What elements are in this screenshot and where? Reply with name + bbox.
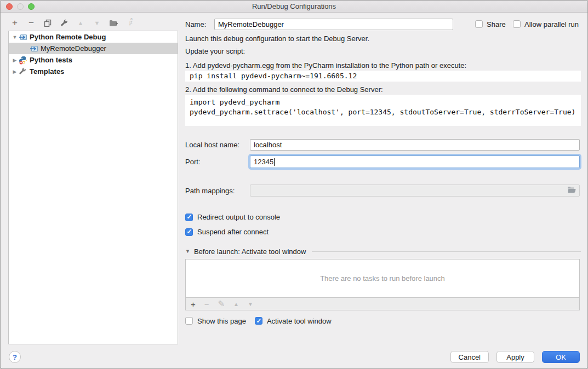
- section-divider: [312, 251, 581, 252]
- share-label: Share: [487, 20, 506, 28]
- configurations-tree: ▼ Python Remote Debug MyRemoteDebugger ▶…: [8, 31, 178, 344]
- redirect-output-label: Redirect output to console: [197, 213, 280, 221]
- window-title: Run/Debug Configurations: [1, 2, 587, 10]
- instruction-step-1: 1. Add pydevd-pycharm.egg from the PyCha…: [185, 61, 466, 70]
- title-bar: Run/Debug Configurations: [1, 1, 587, 13]
- new-folder-icon[interactable]: [109, 19, 118, 27]
- edit-templates-wrench-icon[interactable]: [60, 19, 68, 27]
- add-configuration-icon[interactable]: +: [10, 19, 19, 27]
- port-label: Port:: [185, 158, 200, 166]
- sort-configurations-icon[interactable]: ↓ az: [125, 19, 134, 27]
- move-up-icon[interactable]: ▲: [76, 19, 85, 27]
- empty-task-list-text: There are no tasks to run before launch: [320, 274, 445, 282]
- configuration-form: Name: MyRemoteDebugger Share Allow paral…: [185, 13, 581, 344]
- add-task-icon[interactable]: +: [191, 299, 196, 309]
- dialog-buttons: Cancel Apply OK: [450, 351, 580, 363]
- share-checkbox[interactable]: [475, 20, 483, 28]
- copy-configuration-icon[interactable]: [43, 19, 52, 27]
- show-this-page-label: Show this page: [197, 317, 246, 325]
- tree-item-label: MyRemoteDebugger: [41, 44, 106, 53]
- pip-install-command: pip install pydevd-pycharm~=191.6605.12: [185, 71, 581, 82]
- collapse-section-icon[interactable]: ▼: [185, 249, 190, 254]
- instruction-line-1: Launch this debug configuration to start…: [185, 34, 369, 43]
- remove-task-icon[interactable]: −: [204, 299, 209, 309]
- path-mappings-label: Path mappings:: [185, 187, 235, 195]
- path-mappings-input[interactable]: [250, 184, 580, 197]
- suspend-after-connect-label: Suspend after connect: [197, 228, 269, 236]
- instruction-line-2: Update your script:: [185, 47, 245, 55]
- configurations-toolbar: + − ▲ ▼ ↓ az: [10, 18, 134, 28]
- settrace-code-block: import pydevd_pycharmpydevd_pycharm.sett…: [185, 95, 581, 126]
- run-debug-configurations-dialog: Run/Debug Configurations + − ▲ ▼ ↓ az ▼ …: [0, 0, 588, 369]
- remove-configuration-icon[interactable]: −: [27, 19, 36, 27]
- python-icon: [19, 56, 27, 65]
- before-launch-section-header[interactable]: ▼ Before launch: Activate tool window: [185, 247, 581, 255]
- collapse-toggle-icon[interactable]: ▶: [12, 69, 18, 74]
- before-launch-task-list[interactable]: There are no tasks to run before launch: [185, 259, 580, 298]
- tree-item-templates[interactable]: ▶ Templates: [9, 66, 178, 77]
- tree-item-python-remote-debug[interactable]: ▼ Python Remote Debug: [9, 31, 178, 43]
- tree-item-label: Python Remote Debug: [30, 33, 106, 41]
- browse-folder-icon[interactable]: [567, 186, 576, 195]
- move-task-up-icon[interactable]: ▲: [233, 301, 239, 307]
- before-launch-title: Before launch: Activate tool window: [194, 247, 306, 256]
- expand-toggle-icon[interactable]: ▼: [12, 34, 18, 40]
- local-host-name-input[interactable]: localhost: [250, 139, 580, 151]
- show-this-page-checkbox[interactable]: [185, 317, 193, 325]
- activate-tool-window-checkbox[interactable]: [255, 317, 262, 325]
- allow-parallel-run-checkbox[interactable]: [513, 20, 521, 28]
- name-input[interactable]: MyRemoteDebugger: [214, 19, 453, 30]
- task-list-toolbar: + − ✎ ▲ ▼: [185, 298, 580, 310]
- apply-button[interactable]: Apply: [496, 351, 534, 363]
- wrench-icon: [19, 67, 27, 76]
- collapse-toggle-icon[interactable]: ▶: [12, 57, 18, 63]
- instruction-step-2: 2. Add the following command to connect …: [185, 85, 383, 94]
- help-button[interactable]: ?: [9, 351, 21, 363]
- cancel-button[interactable]: Cancel: [450, 351, 489, 363]
- activate-tool-window-label: Activate tool window: [267, 317, 332, 325]
- tree-item-python-tests[interactable]: ▶ Python tests: [9, 54, 178, 66]
- port-input[interactable]: 12345: [250, 155, 580, 168]
- edit-task-icon[interactable]: ✎: [218, 299, 225, 309]
- remote-debug-icon: [30, 44, 38, 53]
- local-host-name-label: Local host name:: [185, 141, 239, 149]
- move-down-icon[interactable]: ▼: [93, 19, 101, 27]
- tree-item-label: Python tests: [30, 56, 72, 64]
- move-task-down-icon[interactable]: ▼: [248, 301, 253, 307]
- allow-parallel-run-label: Allow parallel run: [524, 20, 579, 28]
- suspend-after-connect-checkbox[interactable]: [185, 228, 193, 236]
- redirect-output-checkbox[interactable]: [185, 214, 193, 221]
- tree-item-label: Templates: [30, 67, 64, 76]
- tree-item-myremotedebugger[interactable]: MyRemoteDebugger: [9, 43, 178, 54]
- name-label: Name:: [185, 20, 206, 28]
- ok-button[interactable]: OK: [542, 351, 580, 363]
- text-cursor: [274, 158, 275, 166]
- remote-debug-icon: [19, 33, 27, 42]
